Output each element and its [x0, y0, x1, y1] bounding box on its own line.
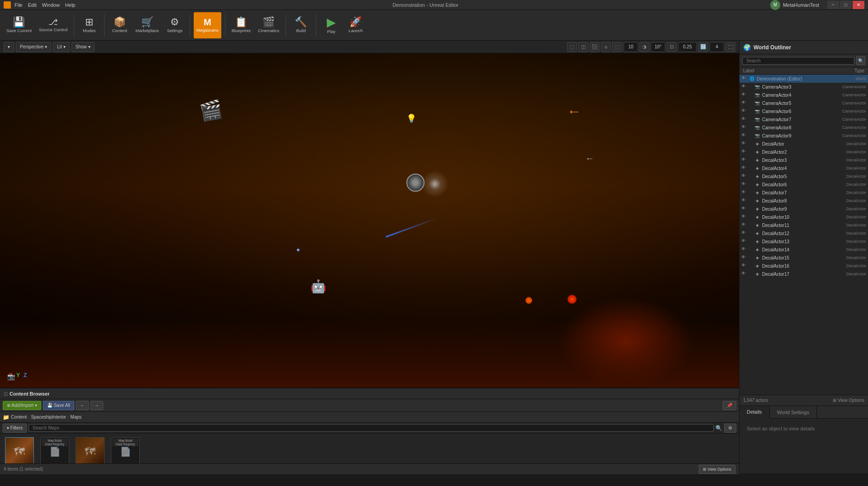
breadcrumb-maps[interactable]: Maps	[71, 415, 81, 420]
item-name: DecalActor9	[762, 207, 846, 212]
outliner-item[interactable]: 👁📷CameraActor6CameraActor	[739, 107, 868, 115]
cb-pin-button[interactable]: 📌	[723, 401, 736, 410]
save-current-button[interactable]: 💾 Save Current	[4, 12, 34, 38]
outliner-item[interactable]: 👁◈DecalActor14DecalActor	[739, 245, 868, 254]
item-type: DecalActor	[846, 158, 866, 162]
show-button[interactable]: Show ▾	[72, 42, 95, 52]
outliner-item[interactable]: 👁◈DecalActor5DecalActor	[739, 172, 868, 180]
vp-icon-1[interactable]: ⬚	[567, 42, 577, 52]
help-menu[interactable]: Help	[65, 2, 76, 8]
outliner-item[interactable]: 👁◈DecalActor8DecalActor	[739, 197, 868, 205]
outliner-item[interactable]: 👁◈DecalActor13DecalActor	[739, 237, 868, 245]
asset-overview[interactable]: 🗺 Overview	[74, 437, 106, 463]
search-maps-input[interactable]	[29, 424, 714, 432]
content-button[interactable]: 📦 Content	[108, 12, 131, 38]
scale-value: 0.25	[678, 42, 697, 52]
vp-icon-8[interactable]: 🔢	[698, 42, 708, 52]
nav-forward-button[interactable]: →	[91, 401, 103, 410]
outliner-item[interactable]: 👁📷CameraActor3CameraActor	[739, 83, 868, 91]
play-button[interactable]: ▶ Play	[320, 12, 343, 38]
perspective-button[interactable]: Perspective ▾	[16, 42, 51, 52]
outliner-search-button[interactable]: 🔍	[856, 56, 865, 65]
window-menu[interactable]: Window	[42, 2, 60, 8]
nav-back-button[interactable]: ←	[76, 401, 89, 410]
type-icon: 📷	[754, 92, 760, 98]
vp-icon-3[interactable]: ⬛	[590, 42, 600, 52]
vp-icon-2[interactable]: ◫	[578, 42, 588, 52]
lit-button[interactable]: Lit ▾	[53, 42, 70, 52]
outliner-item[interactable]: 👁◈DecalActor9DecalActor	[739, 205, 868, 213]
vp-icon-4[interactable]: ≡	[601, 42, 611, 52]
user-area: M MetaHumanTest	[770, 0, 819, 10]
modes-button[interactable]: ⊞ Modes	[78, 12, 100, 38]
type-icon: ◈	[754, 189, 760, 196]
visibility-icon: 👁	[741, 255, 748, 261]
outliner-item[interactable]: 👁📷CameraActor8CameraActor	[739, 123, 868, 132]
minimize-button[interactable]: −	[827, 1, 839, 9]
breadcrumb-content[interactable]: Content	[11, 415, 27, 420]
view-options-button-cb[interactable]: ⊞ View Options	[699, 465, 735, 474]
breadcrumb-spaceship[interactable]: SpaceshipInterior	[31, 415, 66, 420]
item-type: DecalActor	[846, 247, 866, 252]
launch-button[interactable]: 🚀 Launch	[344, 12, 367, 38]
item-type: CameraActor	[842, 101, 866, 105]
outliner-item[interactable]: 👁📷CameraActor4CameraActor	[739, 91, 868, 99]
dropdown-icon: ▾	[8, 44, 10, 49]
outliner-item[interactable]: 👁◈DecalActor10DecalActor	[739, 213, 868, 221]
asset-overview-builtdata[interactable]: 📄 Map BuildData Registry Overview_BuiltD…	[110, 437, 141, 463]
3d-viewport[interactable]: ↑ ↑ 🎬 💡 ✦ 🤖	[0, 53, 739, 387]
outliner-item[interactable]: 👁◈DecalActor17DecalActor	[739, 270, 868, 278]
outliner-item[interactable]: 👁◈DecalActor15DecalActor	[739, 254, 868, 262]
visibility-icon: 👁	[741, 84, 748, 90]
vp-icon-7[interactable]: ⊡	[667, 42, 677, 52]
settings-button[interactable]: ⚙ Settings	[163, 12, 186, 38]
cinematics-label: Cinematics	[258, 28, 279, 33]
item-type: DecalActor	[846, 255, 866, 260]
outliner-item[interactable]: 👁🌐Demonstration (Editor)World	[739, 75, 868, 83]
item-name: DecalActor10	[762, 215, 846, 220]
tab-world-settings[interactable]: World Settings	[770, 406, 817, 419]
cinematics-button[interactable]: 🎬 Cinematics	[255, 12, 282, 38]
asset-demonstration-builtdata[interactable]: 📄 Map BuildData Registry Demonstration_B…	[39, 437, 71, 463]
outliner-item[interactable]: 👁◈DecalActor3DecalActor	[739, 156, 868, 164]
outliner-search-input[interactable]	[742, 57, 854, 65]
vp-icon-6[interactable]: ◑	[639, 42, 649, 52]
source-control-button[interactable]: ⎇ Source Control	[36, 12, 70, 38]
outliner-item[interactable]: 👁📷CameraActor7CameraActor	[739, 115, 868, 123]
outliner-item[interactable]: 👁📷CameraActor5CameraActor	[739, 99, 868, 107]
view-options-button[interactable]: ⊞ View Options	[833, 398, 864, 403]
build-button[interactable]: 🔨 Build	[290, 12, 312, 38]
outliner-item[interactable]: 👁◈DecalActor11DecalActor	[739, 221, 868, 229]
add-import-button[interactable]: ⊕ Add/Import ▾	[3, 401, 41, 410]
outliner-item[interactable]: 👁📷CameraActor9CameraActor	[739, 132, 868, 140]
blueprints-label: Blueprints	[232, 28, 251, 33]
megascans-button[interactable]: M Megascans	[194, 12, 221, 38]
outliner-item[interactable]: 👁◈DecalActor2DecalActor	[739, 148, 868, 156]
outliner-item[interactable]: 👁◈DecalActorDecalActor	[739, 140, 868, 148]
outliner-item[interactable]: 👁◈DecalActor4DecalActor	[739, 164, 868, 172]
viewport-options-button[interactable]: ▾	[4, 42, 14, 52]
edit-menu[interactable]: Edit	[28, 2, 37, 8]
asset-demonstration[interactable]: 🗺 Demonstration	[4, 437, 35, 463]
outliner-item[interactable]: 👁◈DecalActor7DecalActor	[739, 189, 868, 197]
vp-icon-9[interactable]: ⛶	[725, 42, 735, 52]
outliner-list[interactable]: 👁🌐Demonstration (Editor)World👁📷CameraAct…	[739, 75, 868, 395]
outliner-item[interactable]: 👁◈DecalActor12DecalActor	[739, 229, 868, 237]
maximize-button[interactable]: □	[840, 1, 852, 9]
app-icon	[4, 1, 11, 9]
item-type: DecalActor	[846, 207, 866, 211]
megascans-label: Megascans	[196, 28, 219, 33]
item-name: DecalActor4	[762, 166, 846, 171]
outliner-item[interactable]: 👁◈DecalActor6DecalActor	[739, 180, 868, 189]
outliner-item[interactable]: 👁◈DecalActor16DecalActor	[739, 262, 868, 270]
tab-details[interactable]: Details	[739, 406, 770, 419]
save-all-button[interactable]: 💾 Save All	[43, 401, 74, 410]
cb-settings-button[interactable]: ⚙	[724, 424, 736, 433]
filters-button[interactable]: ▾ Filters	[3, 424, 27, 433]
visibility-icon: 👁	[741, 149, 748, 155]
marketplace-button[interactable]: 🛒 Marketplace	[133, 12, 162, 38]
file-menu[interactable]: File	[14, 2, 23, 8]
blueprints-button[interactable]: 📋 Blueprints	[229, 12, 253, 38]
vp-icon-5[interactable]: ⬚	[612, 42, 622, 52]
close-button[interactable]: ✕	[853, 1, 864, 9]
